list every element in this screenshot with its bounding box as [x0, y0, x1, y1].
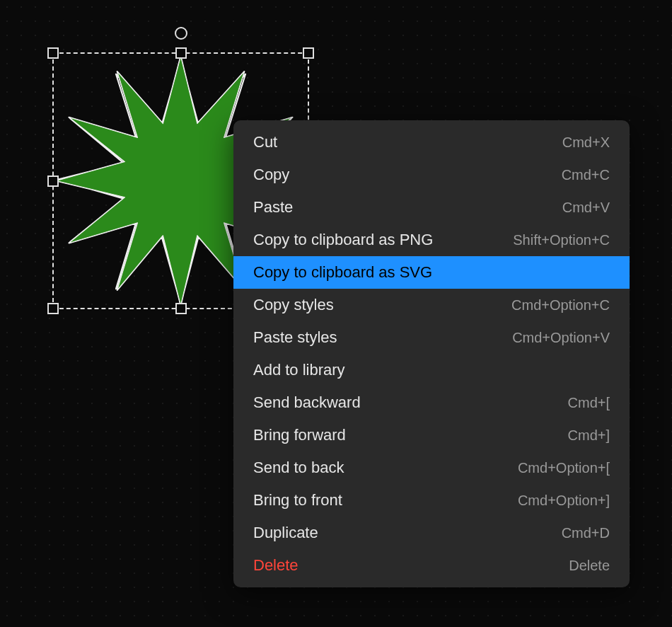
menu-item-send-backward[interactable]: Send backwardCmd+[	[233, 386, 630, 419]
menu-item-delete[interactable]: DeleteDelete	[233, 549, 630, 582]
menu-item-copy[interactable]: CopyCmd+C	[233, 159, 630, 191]
menu-item-label: Copy to clipboard as SVG	[253, 263, 432, 282]
menu-item-shortcut: Cmd+Option+]	[518, 493, 610, 509]
menu-item-copy-to-clipboard-as-svg[interactable]: Copy to clipboard as SVG	[233, 256, 630, 289]
menu-item-label: Bring forward	[253, 426, 346, 444]
menu-item-copy-to-clipboard-as-png[interactable]: Copy to clipboard as PNGShift+Option+C	[233, 224, 630, 256]
menu-item-shortcut: Cmd+D	[562, 525, 610, 541]
menu-item-label: Delete	[253, 556, 299, 575]
menu-item-label: Copy styles	[253, 296, 334, 314]
menu-item-shortcut: Cmd+V	[562, 200, 610, 216]
menu-item-bring-forward[interactable]: Bring forwardCmd+]	[233, 419, 630, 451]
menu-item-label: Paste	[253, 198, 293, 217]
context-menu: CutCmd+XCopyCmd+CPasteCmd+VCopy to clipb…	[233, 120, 630, 587]
menu-item-duplicate[interactable]: DuplicateCmd+D	[233, 517, 630, 549]
menu-item-cut[interactable]: CutCmd+X	[233, 126, 630, 159]
menu-item-bring-to-front[interactable]: Bring to frontCmd+Option+]	[233, 484, 630, 517]
menu-item-shortcut: Cmd+Option+V	[512, 330, 610, 346]
menu-item-shortcut: Cmd+X	[562, 134, 610, 151]
menu-item-add-to-library[interactable]: Add to library	[233, 354, 630, 386]
menu-item-label: Bring to front	[253, 491, 342, 510]
menu-item-label: Cut	[253, 133, 277, 151]
menu-item-paste-styles[interactable]: Paste stylesCmd+Option+V	[233, 321, 630, 354]
menu-item-shortcut: Cmd+[	[568, 395, 610, 411]
menu-item-copy-styles[interactable]: Copy stylesCmd+Option+C	[233, 289, 630, 321]
rotation-handle[interactable]	[175, 27, 187, 40]
menu-item-shortcut: Delete	[569, 558, 610, 574]
menu-item-send-to-back[interactable]: Send to backCmd+Option+[	[233, 451, 630, 484]
menu-item-label: Paste styles	[253, 328, 337, 347]
menu-item-shortcut: Cmd+Option+C	[511, 297, 610, 314]
menu-item-label: Duplicate	[253, 524, 318, 542]
menu-item-label: Send to back	[253, 459, 344, 477]
menu-item-label: Copy	[253, 166, 289, 184]
menu-item-shortcut: Shift+Option+C	[513, 232, 610, 248]
menu-item-shortcut: Cmd+]	[568, 427, 610, 444]
menu-item-label: Copy to clipboard as PNG	[253, 231, 433, 249]
menu-item-shortcut: Cmd+C	[562, 167, 610, 183]
menu-item-shortcut: Cmd+Option+[	[518, 460, 610, 476]
canvas-area[interactable]: CutCmd+XCopyCmd+CPasteCmd+VCopy to clipb…	[0, 0, 672, 627]
menu-item-paste[interactable]: PasteCmd+V	[233, 191, 630, 224]
menu-item-label: Send backward	[253, 393, 361, 412]
menu-item-label: Add to library	[253, 361, 345, 379]
